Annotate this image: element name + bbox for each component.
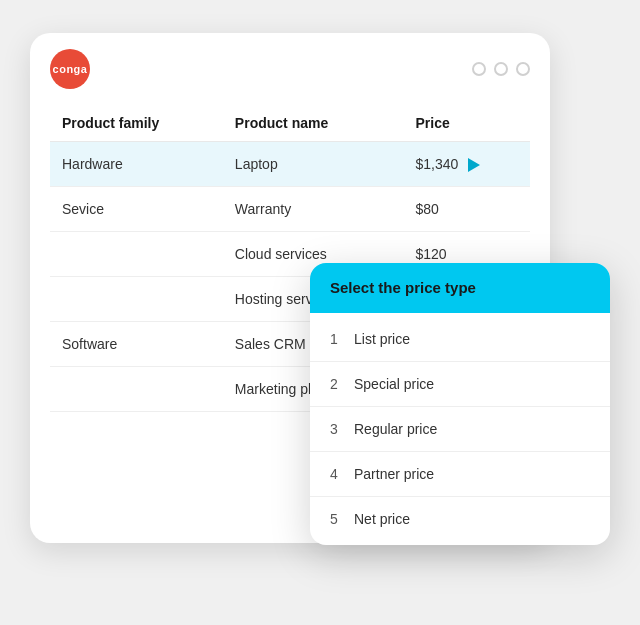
item-number: 1 — [330, 331, 354, 347]
dropdown-items: 1 List price 2 Special price 3 Regular p… — [310, 313, 610, 545]
cell-name: Warranty — [223, 186, 404, 231]
col-family: Product family — [50, 105, 223, 142]
cell-price: $80 — [404, 186, 531, 231]
header-dot-1 — [472, 62, 486, 76]
card-header: conga — [30, 33, 550, 105]
cell-family: Software — [50, 321, 223, 366]
dropdown-item-special-price[interactable]: 2 Special price — [310, 362, 610, 407]
cell-family — [50, 276, 223, 321]
cell-family — [50, 366, 223, 411]
col-price: Price — [404, 105, 531, 142]
table-row: Hardware Laptop $1,340 — [50, 141, 530, 186]
header-dots — [472, 62, 530, 76]
price-type-dropdown[interactable]: Select the price type 1 List price 2 Spe… — [310, 263, 610, 545]
item-number: 2 — [330, 376, 354, 392]
table-row: Sevice Warranty $80 — [50, 186, 530, 231]
item-label: Regular price — [354, 421, 437, 437]
cell-name: Laptop — [223, 141, 404, 186]
item-label: Special price — [354, 376, 434, 392]
item-label: List price — [354, 331, 410, 347]
dropdown-title: Select the price type — [330, 279, 476, 296]
cursor-icon — [468, 158, 480, 172]
item-number: 5 — [330, 511, 354, 527]
logo: conga — [50, 49, 90, 89]
dropdown-item-net-price[interactable]: 5 Net price — [310, 497, 610, 541]
header-dot-2 — [494, 62, 508, 76]
item-label: Partner price — [354, 466, 434, 482]
dropdown-header: Select the price type — [310, 263, 610, 313]
dropdown-item-partner-price[interactable]: 4 Partner price — [310, 452, 610, 497]
cell-family — [50, 231, 223, 276]
cell-family: Sevice — [50, 186, 223, 231]
item-number: 3 — [330, 421, 354, 437]
cell-price: $1,340 — [404, 141, 531, 186]
col-name: Product name — [223, 105, 404, 142]
item-label: Net price — [354, 511, 410, 527]
header-dot-3 — [516, 62, 530, 76]
item-number: 4 — [330, 466, 354, 482]
dropdown-item-regular-price[interactable]: 3 Regular price — [310, 407, 610, 452]
scene: conga Product family Product name Price — [30, 33, 610, 593]
dropdown-item-list-price[interactable]: 1 List price — [310, 317, 610, 362]
cell-family: Hardware — [50, 141, 223, 186]
